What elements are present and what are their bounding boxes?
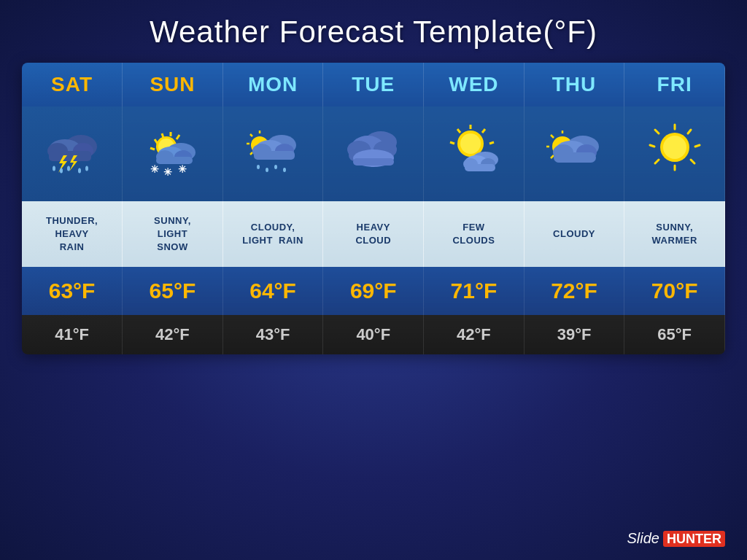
svg-point-40 [283,168,286,172]
icon-wed [424,106,525,201]
svg-point-11 [85,166,88,171]
svg-line-73 [691,160,694,163]
svg-line-76 [650,145,654,147]
icon-thu [524,106,624,201]
svg-rect-4 [49,151,91,161]
desc-mon: CLOUDY,LIGHT RAIN [222,201,323,267]
low-tue: 40°F [323,315,424,354]
svg-line-71 [688,130,691,133]
day-wed: WED [424,63,525,106]
high-tue: 69°F [323,267,424,315]
svg-line-64 [551,155,554,158]
icon-row: ✳ ✳ ✳ [22,106,725,201]
high-row: 63°F 65°F 64°F 69°F 71°F 72°F 70°F [22,267,725,315]
branding: Slide HUNTER [627,530,726,547]
day-fri: FRI [624,63,725,106]
svg-line-50 [489,142,494,144]
desc-row: THUNDER,HEAVYRAIN SUNNY,LIGHTSNOW CLOUDY… [22,201,725,267]
desc-wed: FEWCLOUDS [424,201,525,267]
day-thu: THU [524,63,624,106]
svg-line-52 [450,142,454,144]
svg-text:✳: ✳ [178,163,187,175]
icon-fri [624,106,725,201]
svg-line-77 [655,130,659,133]
svg-line-16 [150,148,155,149]
page-title: Weather Forecast Template(°F) [150,15,597,50]
desc-fri: SUNNY,WARMER [624,201,725,267]
high-sun: 65°F [123,267,223,315]
low-row: 41°F 42°F 43°F 40°F 42°F 39°F 65°F [22,315,725,354]
low-sat: 41°F [22,315,123,354]
high-fri: 70°F [624,267,725,315]
svg-line-49 [482,129,485,133]
desc-thu: CLOUDY [524,201,624,267]
icon-sat [22,106,123,201]
svg-line-51 [457,129,460,133]
svg-point-9 [67,166,70,171]
icon-sun: ✳ ✳ ✳ [123,106,223,201]
high-wed: 71°F [424,267,525,315]
svg-point-10 [78,168,81,174]
svg-line-75 [655,160,659,163]
high-mon: 64°F [222,267,323,315]
svg-point-79 [663,136,686,159]
low-fri: 65°F [624,315,725,354]
low-thu: 39°F [524,315,624,354]
icon-mon [222,106,323,201]
svg-rect-23 [156,157,193,164]
desc-sat: THUNDER,HEAVYRAIN [22,201,123,267]
svg-line-62 [551,135,554,138]
svg-point-37 [257,165,260,169]
icon-tue [323,106,424,201]
forecast-table: SAT SUN MON TUE WED THU FRI [22,63,725,354]
svg-rect-36 [254,151,295,160]
day-tue: TUE [323,63,424,106]
svg-rect-69 [554,152,596,163]
svg-point-54 [460,133,481,154]
high-thu: 72°F [524,267,624,315]
low-mon: 43°F [222,315,323,354]
svg-point-38 [266,168,268,172]
low-wed: 42°F [424,315,525,354]
day-sun: SUN [123,63,223,106]
slide-text: Slide [627,530,659,546]
svg-point-7 [53,166,55,171]
svg-line-15 [177,135,179,139]
high-sat: 63°F [22,267,123,315]
svg-text:✳: ✳ [163,166,172,178]
day-sat: SAT [22,63,123,106]
svg-line-72 [695,145,700,147]
svg-point-8 [60,168,63,174]
desc-tue: HEAVYCLOUD [323,201,424,267]
svg-line-29 [250,134,252,136]
svg-point-39 [274,165,277,169]
svg-rect-47 [353,158,394,166]
low-sun: 42°F [123,315,223,354]
desc-sun: SUNNY,LIGHTSNOW [123,201,223,267]
svg-line-31 [250,152,252,155]
svg-text:✳: ✳ [150,163,159,175]
header-row: SAT SUN MON TUE WED THU FRI [22,63,725,106]
day-mon: MON [222,63,323,106]
svg-rect-59 [465,164,495,171]
hunter-text: HUNTER [663,531,725,547]
